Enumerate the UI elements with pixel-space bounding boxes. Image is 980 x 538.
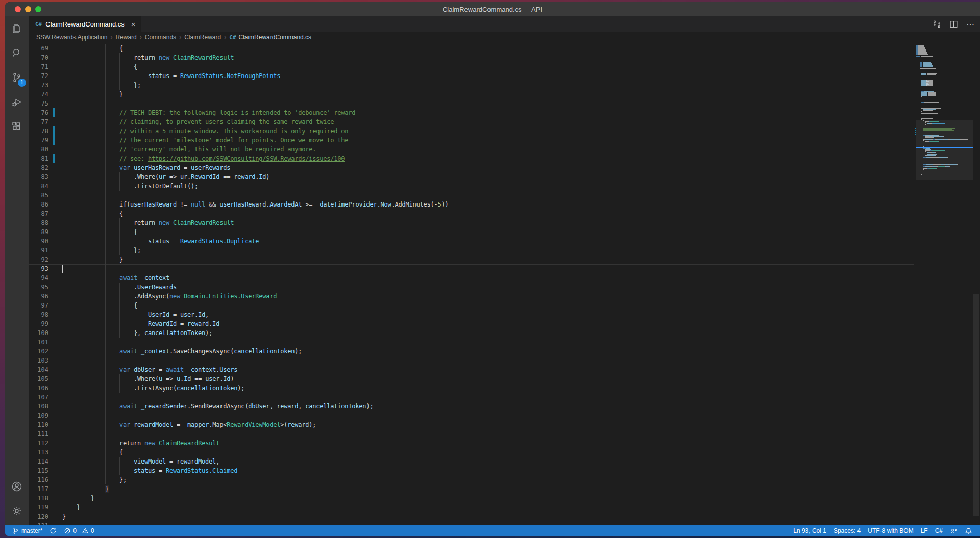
line-number[interactable]: 96 bbox=[29, 292, 48, 301]
code-text: // see: https://github.com/SSWConsulting… bbox=[62, 154, 345, 163]
comment-link[interactable]: https://github.com/SSWConsulting/SSW.Rew… bbox=[148, 155, 345, 162]
account-button[interactable] bbox=[5, 474, 29, 499]
line-number[interactable]: 119 bbox=[29, 503, 48, 512]
line-number[interactable]: 79 bbox=[29, 136, 48, 145]
line-number[interactable]: 71 bbox=[29, 62, 48, 71]
line-number[interactable]: 95 bbox=[29, 283, 48, 292]
line-number[interactable]: 72 bbox=[29, 71, 48, 81]
line-number[interactable]: 107 bbox=[29, 393, 48, 402]
code-token: // the current 'milestone' model for poi… bbox=[119, 137, 348, 144]
line-number[interactable]: 83 bbox=[29, 172, 48, 182]
line-number[interactable]: 120 bbox=[29, 512, 48, 521]
line-number[interactable]: 117 bbox=[29, 484, 48, 494]
zoom-window-button[interactable] bbox=[35, 6, 41, 12]
git-branch-status[interactable]: master* bbox=[9, 525, 46, 536]
split-editor-icon[interactable] bbox=[949, 20, 958, 29]
line-number[interactable]: 103 bbox=[29, 356, 48, 365]
code-text: await _context bbox=[62, 273, 169, 283]
more-actions-icon[interactable]: ⋯ bbox=[966, 19, 975, 29]
code-token: , bbox=[216, 458, 219, 465]
sidebar-item-explorer[interactable] bbox=[5, 16, 29, 41]
line-number[interactable]: 116 bbox=[29, 475, 48, 484]
line-number[interactable]: 92 bbox=[29, 255, 48, 264]
line-number[interactable]: 73 bbox=[29, 81, 48, 90]
line-number[interactable]: 94 bbox=[29, 273, 48, 283]
line-number[interactable]: 70 bbox=[29, 53, 48, 62]
line-number[interactable]: 106 bbox=[29, 383, 48, 393]
line-number[interactable]: 110 bbox=[29, 420, 48, 429]
line-number[interactable]: 87 bbox=[29, 209, 48, 218]
sidebar-item-extensions[interactable] bbox=[5, 114, 29, 139]
line-number[interactable]: 100 bbox=[29, 328, 48, 338]
eol-status[interactable]: LF bbox=[917, 525, 932, 536]
line-number[interactable]: 115 bbox=[29, 466, 48, 475]
code-line: 118} bbox=[29, 494, 914, 503]
line-number[interactable]: 81 bbox=[29, 154, 48, 163]
indent-guide bbox=[105, 393, 106, 402]
line-number[interactable]: 74 bbox=[29, 90, 48, 99]
language-mode-status[interactable]: C# bbox=[932, 525, 946, 536]
line-number[interactable]: 105 bbox=[29, 374, 48, 383]
line-number[interactable]: 80 bbox=[29, 145, 48, 154]
encoding-status[interactable]: UTF-8 with BOM bbox=[864, 525, 917, 536]
line-number[interactable]: 76 bbox=[29, 108, 48, 117]
line-number[interactable]: 101 bbox=[29, 338, 48, 347]
line-number[interactable]: 108 bbox=[29, 402, 48, 411]
breadcrumb-item[interactable]: SSW.Rewards.Application bbox=[36, 34, 107, 41]
line-number[interactable]: 113 bbox=[29, 448, 48, 457]
line-number[interactable]: 114 bbox=[29, 457, 48, 466]
settings-button[interactable] bbox=[5, 499, 29, 523]
code-text: .FirstAsync(cancellationToken); bbox=[62, 383, 244, 393]
line-number[interactable]: 112 bbox=[29, 439, 48, 448]
cursor-position-status[interactable]: Ln 93, Col 1 bbox=[790, 525, 830, 536]
code-editor[interactable]: 69{70return new ClaimRewardResult71{72st… bbox=[29, 43, 980, 525]
line-number[interactable]: 82 bbox=[29, 163, 48, 172]
line-number[interactable]: 89 bbox=[29, 227, 48, 237]
indentation-status[interactable]: Spaces: 4 bbox=[830, 525, 864, 536]
line-number[interactable]: 88 bbox=[29, 218, 48, 227]
line-number[interactable]: 97 bbox=[29, 301, 48, 310]
line-number[interactable]: 111 bbox=[29, 429, 48, 439]
close-window-button[interactable] bbox=[15, 6, 21, 12]
vertical-scrollbar[interactable] bbox=[973, 43, 980, 525]
line-number[interactable]: 102 bbox=[29, 347, 48, 356]
line-number[interactable]: 98 bbox=[29, 310, 48, 319]
line-number[interactable]: 77 bbox=[29, 117, 48, 126]
minimize-window-button[interactable] bbox=[25, 6, 31, 12]
breadcrumb-item-file[interactable]: C#ClaimRewardCommand.cs bbox=[229, 34, 311, 41]
line-number[interactable]: 75 bbox=[29, 99, 48, 108]
gutter-modified-indicator[interactable] bbox=[53, 126, 55, 136]
close-tab-icon[interactable]: × bbox=[131, 20, 136, 28]
line-number[interactable]: 109 bbox=[29, 411, 48, 420]
gutter-modified-indicator[interactable] bbox=[53, 136, 55, 145]
line-number[interactable]: 99 bbox=[29, 319, 48, 328]
sidebar-item-run-debug[interactable] bbox=[5, 90, 29, 114]
line-number[interactable]: 78 bbox=[29, 126, 48, 136]
problems-status[interactable]: 0 0 bbox=[60, 525, 97, 536]
line-number[interactable]: 93 bbox=[29, 264, 48, 273]
notifications-button[interactable] bbox=[961, 525, 976, 536]
line-number[interactable]: 84 bbox=[29, 182, 48, 191]
sync-changes-button[interactable] bbox=[46, 525, 60, 536]
sidebar-item-source-control[interactable]: 1 bbox=[5, 65, 29, 90]
line-number[interactable]: 91 bbox=[29, 246, 48, 255]
breadcrumb-item[interactable]: ClaimReward bbox=[184, 34, 221, 41]
breadcrumb-item[interactable]: Reward bbox=[115, 34, 136, 41]
line-number[interactable]: 85 bbox=[29, 191, 48, 200]
line-number[interactable]: 104 bbox=[29, 365, 48, 374]
line-number[interactable]: 118 bbox=[29, 494, 48, 503]
feedback-button[interactable] bbox=[946, 525, 961, 536]
line-number[interactable]: 86 bbox=[29, 200, 48, 209]
open-changes-icon[interactable] bbox=[933, 20, 941, 29]
gutter-modified-indicator[interactable] bbox=[53, 108, 55, 117]
scrollbar-slider[interactable] bbox=[973, 294, 979, 516]
gutter-modified-indicator[interactable] bbox=[53, 154, 55, 163]
tab-claimrewardcommand[interactable]: C# ClaimRewardCommand.cs × bbox=[29, 16, 141, 32]
code-token: .SendRewardAsync( bbox=[187, 403, 248, 410]
line-number[interactable]: 121 bbox=[29, 521, 48, 525]
sidebar-item-search[interactable] bbox=[5, 41, 29, 65]
line-number[interactable]: 69 bbox=[29, 44, 48, 53]
breadcrumb-item[interactable]: Commands bbox=[145, 34, 176, 41]
line-number[interactable]: 90 bbox=[29, 237, 48, 246]
error-count: 0 bbox=[73, 527, 77, 534]
